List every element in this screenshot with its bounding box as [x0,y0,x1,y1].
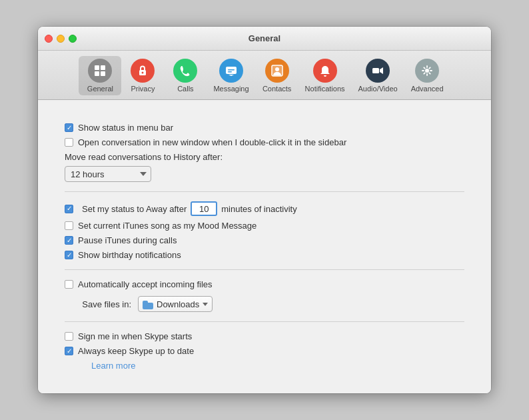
svg-rect-2 [95,71,99,76]
audiovideo-icon [366,59,390,83]
open-conversation-checkbox[interactable] [65,138,73,147]
dropdown-arrow-icon [203,303,208,306]
sign-in-row: Sign me in when Skype starts [65,331,464,341]
tab-messaging[interactable]: Messaging [207,56,255,95]
privacy-icon [131,59,155,83]
show-status-checkbox[interactable] [65,123,73,132]
svg-rect-8 [228,71,232,73]
calls-icon [173,59,197,83]
open-conversation-row: Open conversation in new window when I d… [65,137,464,147]
history-select-wrapper: 12 hours Immediately 1 hour 6 hours 1 da… [65,166,151,182]
svg-point-11 [275,67,279,71]
section-status: Show status in menu bar Open conversatio… [65,113,464,192]
set-away-label-after: minutes of inactivity [221,204,296,214]
set-away-label-before: Set my status to Away after [82,204,187,214]
svg-rect-12 [372,68,379,73]
sign-in-checkbox[interactable] [65,332,73,341]
show-status-row: Show status in menu bar [65,123,464,133]
open-conversation-label: Open conversation in new window when I d… [78,137,346,147]
itunes-mood-checkbox[interactable] [65,221,73,230]
move-read-row: Move read conversations to History after… [65,152,464,162]
keep-updated-checkbox[interactable] [65,347,73,355]
tab-messaging-label: Messaging [213,85,249,93]
tab-calls-label: Calls [177,85,193,93]
accept-files-row: Automatically accept incoming files [65,279,464,289]
content-area: Show status in menu bar Open conversatio… [38,100,491,393]
pause-itunes-label: Pause iTunes during calls [78,235,177,245]
svg-rect-7 [228,69,235,71]
contacts-icon [265,59,289,83]
sign-in-label: Sign me in when Skype starts [78,331,192,341]
tab-calls[interactable]: Calls [164,56,207,95]
svg-rect-1 [101,65,105,70]
move-read-label: Move read conversations to History after… [65,152,223,162]
tab-privacy[interactable]: Privacy [121,56,164,95]
tab-general-label: General [87,85,113,93]
tab-notifications-label: Notifications [305,85,345,93]
downloads-value: Downloads [157,299,199,309]
accept-files-label: Automatically accept incoming files [78,279,213,289]
messaging-icon [219,59,243,83]
tab-audiovideo-label: Audio/Video [358,85,398,93]
tab-advanced[interactable]: Advanced [404,56,450,95]
birthday-row: Show birthday notifications [65,250,464,260]
learn-more-row: Learn more [65,361,464,371]
downloads-select-wrapper[interactable]: Downloads [138,296,213,312]
svg-rect-0 [95,65,99,70]
minimize-button[interactable] [57,35,65,43]
main-window: General General Priv [38,27,491,393]
itunes-mood-row: Set current iTunes song as my Mood Messa… [65,221,464,231]
svg-rect-3 [101,71,105,76]
svg-point-5 [142,72,144,74]
titlebar: General [38,27,491,51]
show-status-label: Show status in menu bar [78,123,173,133]
traffic-lights [45,35,77,43]
pause-itunes-checkbox[interactable] [65,236,73,245]
save-files-label: Save files in: [65,299,131,309]
section-files: Automatically accept incoming files Save… [65,270,464,322]
advanced-icon [415,59,439,83]
keep-updated-label: Always keep Skype up to date [78,346,194,356]
folder-icon [143,301,153,309]
maximize-button[interactable] [69,35,77,43]
keep-updated-row: Always keep Skype up to date [65,346,464,356]
history-dropdown[interactable]: 12 hours Immediately 1 hour 6 hours 1 da… [65,166,151,182]
notifications-icon [313,59,337,83]
history-dropdown-row: 12 hours Immediately 1 hour 6 hours 1 da… [65,166,464,182]
birthday-label: Show birthday notifications [78,250,181,260]
learn-more-link[interactable]: Learn more [91,361,135,371]
tab-general[interactable]: General [79,56,121,95]
section-startup: Sign me in when Skype starts Always keep… [65,322,464,380]
section-away: Set my status to Away after minutes of i… [65,192,464,270]
tab-contacts[interactable]: Contacts [256,56,298,95]
itunes-mood-label: Set current iTunes song as my Mood Messa… [78,221,257,231]
svg-point-13 [425,69,429,73]
set-away-checkbox[interactable] [65,205,73,213]
window-title: General [249,33,280,43]
pause-itunes-row: Pause iTunes during calls [65,235,464,245]
tab-audiovideo[interactable]: Audio/Video [352,56,404,95]
close-button[interactable] [45,35,53,43]
tab-privacy-label: Privacy [131,85,155,93]
accept-files-checkbox[interactable] [65,280,73,289]
tab-advanced-label: Advanced [411,85,444,93]
birthday-checkbox[interactable] [65,251,73,259]
toolbar: General Privacy Calls [38,51,491,100]
general-icon [88,59,112,83]
tab-contacts-label: Contacts [263,85,291,93]
save-files-row: Save files in: Downloads [65,296,464,312]
set-away-row: Set my status to Away after minutes of i… [65,201,464,216]
tab-notifications[interactable]: Notifications [298,56,352,95]
minutes-input[interactable] [191,201,217,216]
